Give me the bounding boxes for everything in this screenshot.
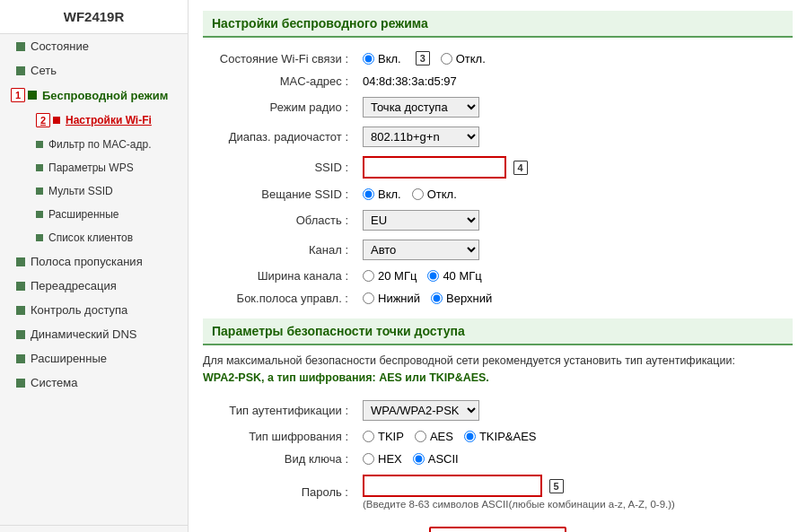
password-value: 5 (Введите 8-63 символов ASCII(любые ком…	[355, 470, 793, 514]
enc-tkip-aes-radio[interactable]	[464, 431, 476, 442]
redirect-icon	[16, 282, 25, 291]
wifi-off-radio[interactable]	[441, 53, 452, 65]
clients-icon	[36, 234, 43, 241]
radio-mode-label: Режим радио :	[203, 92, 355, 122]
bw-label: Ширина канала :	[203, 265, 355, 287]
security-form-table: Тип аутентификации : WPA/WPA2-PSKWPA-PSK…	[203, 396, 793, 514]
ssid-broadcast-value: Вкл. Откл.	[355, 183, 793, 205]
bw-20-label[interactable]: 20 МГц	[363, 269, 417, 283]
channel-row: Канал : Авто1234567891011	[203, 235, 793, 265]
sidebar-item-multi-ssid[interactable]: Мульти SSID	[27, 179, 188, 203]
ssid-label: SSID :	[203, 152, 355, 183]
enc-aes-label[interactable]: AES	[415, 430, 453, 443]
sidebar-item-advanced2[interactable]: Расширенные	[0, 346, 188, 371]
wireless-submenu: 2 Настройки Wi-Fi Фильтр по MAC-адр. Пар…	[0, 108, 188, 249]
num-badge-2: 2	[36, 113, 50, 127]
encryption-label: Тип шифрования :	[203, 425, 355, 448]
language-selector-container: Select LanguageEnglishRussianDeutsch	[0, 525, 188, 533]
ctrl-lower-label[interactable]: Нижний	[363, 292, 420, 305]
sidebar-item-wifi-settings[interactable]: 2 Настройки Wi-Fi	[27, 108, 188, 133]
bw-40-radio[interactable]	[427, 270, 439, 282]
sidebar-item-advanced[interactable]: Расширенные	[27, 203, 188, 226]
auth-type-row: Тип аутентификации : WPA/WPA2-PSKWPA-PSK…	[203, 396, 793, 425]
sidebar-item-dns[interactable]: Динамический DNS	[0, 322, 188, 346]
sidebar-item-status[interactable]: Состояние	[0, 34, 188, 58]
ssid-value: 4	[355, 152, 793, 183]
ctrl-sideband-value: Нижний Верхний	[355, 287, 793, 310]
sidebar-item-wps[interactable]: Параметры WPS	[27, 156, 188, 179]
key-type-radio-group: HEX ASCII	[363, 452, 785, 466]
sidebar-item-mac-filter[interactable]: Фильтр по MAC-адр.	[27, 133, 188, 156]
ctrl-sideband-row: Бок.полоса управл. : Нижний Верхний	[203, 287, 793, 310]
sidebar-item-wireless[interactable]: 1 Беспроводной режим	[0, 83, 188, 108]
region-select[interactable]: EUUSJP	[363, 210, 479, 231]
badge-5: 5	[549, 479, 564, 493]
auth-type-select[interactable]: WPA/WPA2-PSKWPA-PSKWPA2-PSKOpenWEP	[363, 400, 479, 421]
bandwidth-row: Ширина канала : 20 МГц 40 МГц	[203, 265, 793, 287]
key-ascii-radio[interactable]	[413, 453, 425, 465]
advanced-icon	[36, 211, 43, 218]
ssid-bcast-on-label[interactable]: Вкл.	[363, 188, 401, 201]
save-button[interactable]: Сохранить 6	[429, 527, 566, 533]
system-icon	[16, 379, 25, 388]
password-hint: (Введите 8-63 символов ASCII(любые комби…	[363, 499, 785, 510]
ctrl-upper-radio[interactable]	[431, 292, 443, 304]
ssid-broadcast-row: Вещание SSID : Вкл. Откл.	[203, 183, 793, 205]
sidebar-item-access[interactable]: Контроль доступа	[0, 298, 188, 322]
key-hex-radio[interactable]	[363, 453, 374, 465]
key-ascii-label[interactable]: ASCII	[413, 452, 459, 466]
sidebar-item-bandwidth[interactable]: Полоса пропускания	[0, 249, 188, 274]
sidebar-item-clients[interactable]: Список клиентов	[27, 226, 188, 249]
region-row: Область : EUUSJP	[203, 205, 793, 235]
radio-mode-select[interactable]: Точка доступаМост/WDSКлиент	[363, 97, 479, 118]
enc-tkip-label[interactable]: TKIP	[363, 430, 404, 443]
region-value: EUUSJP	[355, 205, 793, 235]
ctrl-upper-label[interactable]: Верхний	[431, 292, 492, 305]
encryption-value: TKIP AES TKIP&AES	[355, 425, 793, 448]
auth-type-label: Тип аутентификации :	[203, 396, 355, 425]
status-icon	[16, 42, 25, 51]
advanced2-icon	[16, 354, 25, 363]
bw-40-label[interactable]: 40 МГц	[427, 269, 481, 283]
key-type-row: Вид ключа : HEX ASCII	[203, 448, 793, 470]
ctrl-sideband-radio-group: Нижний Верхний	[363, 292, 785, 305]
sidebar: WF2419R Состояние Сеть 1 Беспроводной ре…	[0, 0, 189, 532]
freq-label: Диапаз. радиочастот :	[203, 122, 355, 152]
channel-label: Канал :	[203, 235, 355, 265]
channel-select[interactable]: Авто1234567891011	[363, 240, 479, 260]
enc-aes-radio[interactable]	[415, 431, 426, 442]
mac-value: 04:8d:38:3a:d5:97	[355, 70, 793, 92]
multi-ssid-icon	[36, 188, 43, 195]
mac-filter-icon	[36, 141, 43, 148]
sidebar-item-redirect[interactable]: Переадресация	[0, 274, 188, 298]
freq-select[interactable]: 802.11b+g+n802.11b+g802.11n	[363, 126, 479, 147]
wifi-status-value: Вкл. 3 Откл.	[355, 47, 793, 70]
bw-20-radio[interactable]	[363, 270, 374, 282]
password-input[interactable]	[363, 475, 542, 497]
ssid-bcast-off-label[interactable]: Откл.	[412, 188, 457, 201]
ssid-bcast-on-radio[interactable]	[363, 188, 374, 200]
wifi-settings-icon	[53, 117, 60, 124]
mac-label: MAC-адрес :	[203, 70, 355, 92]
ctrl-lower-radio[interactable]	[363, 292, 374, 304]
access-icon	[16, 306, 25, 315]
auth-type-value: WPA/WPA2-PSKWPA-PSKWPA2-PSKOpenWEP	[355, 396, 793, 425]
num-badge-1: 1	[11, 88, 25, 102]
sidebar-item-system[interactable]: Система	[0, 371, 188, 395]
bandwidth-icon	[16, 257, 25, 266]
sidebar-item-network[interactable]: Сеть	[0, 58, 188, 83]
main-content: Настройки беспроводного режима Состояние…	[189, 0, 807, 532]
key-hex-label[interactable]: HEX	[363, 452, 402, 466]
enc-tkip-radio[interactable]	[363, 431, 374, 442]
radio-mode-row: Режим радио : Точка доступаМост/WDSКлиен…	[203, 92, 793, 122]
ssid-row: SSID : 4	[203, 152, 793, 183]
enc-tkip-aes-label[interactable]: TKIP&AES	[464, 430, 537, 443]
wireless-settings-title: Настройки беспроводного режима	[203, 11, 793, 38]
wifi-on-label[interactable]: Вкл.	[363, 52, 401, 65]
ssid-input[interactable]	[363, 156, 506, 179]
wifi-on-radio[interactable]	[363, 53, 374, 65]
encryption-radio-group: TKIP AES TKIP&AES	[363, 430, 785, 443]
wifi-off-label[interactable]: Откл.	[441, 52, 486, 65]
ssid-bcast-off-radio[interactable]	[412, 188, 424, 200]
wifi-status-radio-group: Вкл. 3 Откл.	[363, 51, 785, 65]
